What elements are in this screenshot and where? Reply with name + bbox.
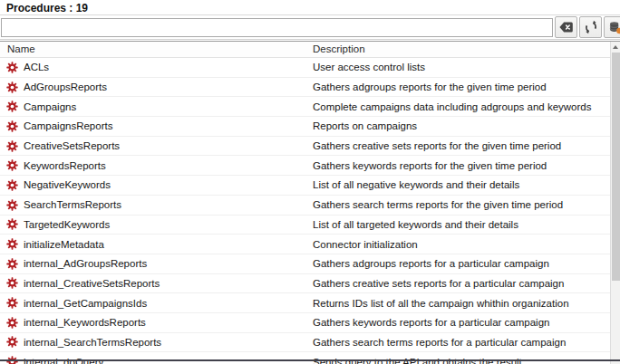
- table-row[interactable]: KeywordsReports Gathers keywords reports…: [0, 156, 610, 176]
- procedure-name-cell: AdGroupsReports: [6, 78, 304, 97]
- procedure-description: Returns IDs list of all the campaign whi…: [313, 293, 605, 312]
- procedure-name: Campaigns: [24, 101, 76, 112]
- table-row[interactable]: internal_GetCampaignsIds Returns IDs lis…: [0, 293, 610, 313]
- refresh-icon: [584, 20, 598, 34]
- procedure-gear-icon: [6, 179, 18, 191]
- procedure-description: Complete campaigns data including adgrou…: [313, 97, 605, 116]
- table-row[interactable]: initializeMetadata Connector initializat…: [0, 235, 610, 254]
- procedure-name-cell: Campaigns: [6, 97, 304, 116]
- page-title: Procedures : 19: [0, 0, 620, 15]
- procedure-description: Gathers creative sets reports for the gi…: [313, 137, 605, 156]
- procedure-description: Connector initialization: [313, 235, 605, 254]
- column-header-description[interactable]: Description: [313, 42, 603, 57]
- procedure-name: TargetedKeywords: [24, 219, 110, 230]
- procedure-name-cell: internal_GetCampaignsIds: [6, 293, 304, 312]
- procedures-table: Name Description: [0, 42, 610, 364]
- table-row[interactable]: Campaigns Complete campaigns data includ…: [0, 97, 610, 117]
- procedure-gear-icon: [6, 238, 18, 250]
- procedure-name: AdGroupsReports: [24, 81, 107, 92]
- procedure-name: internal_GetCampaignsIds: [24, 298, 147, 309]
- procedure-description: User access control lists: [313, 58, 605, 77]
- procedure-description: Gathers adgroups reports for a particula…: [313, 254, 605, 273]
- procedure-gear-icon: [6, 140, 18, 152]
- scrollbar-thumb[interactable]: [612, 53, 620, 281]
- procedures-panel: Procedures : 19: [0, 0, 620, 364]
- procedure-description: Gathers search terms reports for a parti…: [313, 333, 605, 352]
- procedure-name: ACLs: [24, 62, 49, 72]
- backspace-clear-icon: [558, 21, 574, 34]
- table-row[interactable]: ACLs User access control lists: [0, 58, 610, 78]
- procedure-name: initializeMetadata: [24, 239, 104, 250]
- show-data-button[interactable]: [604, 16, 620, 38]
- procedure-gear-icon: [6, 277, 18, 289]
- scrollbar-up-arrow-icon[interactable]: [613, 45, 618, 49]
- procedure-name: SearchTermsReports: [24, 199, 121, 210]
- refresh-button[interactable]: [579, 16, 602, 38]
- table-body: ACLs User access control lists: [0, 58, 610, 364]
- procedure-description: Gathers keywords reports for a particula…: [313, 313, 605, 332]
- procedure-name: internal_SearchTermsReports: [24, 337, 161, 348]
- procedure-name-cell: SearchTermsReports: [6, 196, 304, 215]
- procedure-description: Gathers search terms reports for the giv…: [313, 196, 605, 215]
- table-row[interactable]: internal_KeywordsReports Gathers keyword…: [0, 313, 610, 333]
- procedure-description: Gathers keywords reports for the given t…: [313, 156, 605, 175]
- table-row[interactable]: TargetedKeywords List of all targeted ke…: [0, 216, 610, 235]
- table-row[interactable]: CampaignsReports Reports on campaigns: [0, 117, 610, 137]
- filter-input[interactable]: [1, 18, 553, 37]
- table-row[interactable]: internal_SearchTermsReports Gathers sear…: [0, 333, 610, 353]
- procedure-name-cell: internal_AdGroupsReports: [6, 254, 304, 273]
- procedure-gear-icon: [6, 81, 18, 93]
- procedure-gear-icon: [6, 317, 18, 329]
- procedure-name-cell: CreativeSetsReports: [6, 137, 304, 156]
- procedure-name-cell: internal_doQuery: [6, 352, 304, 364]
- table-row[interactable]: CreativeSetsReports Gathers creative set…: [0, 137, 610, 157]
- procedure-gear-icon: [6, 297, 18, 309]
- procedure-name-cell: internal_SearchTermsReports: [6, 333, 304, 352]
- procedure-name: NegativeKeywords: [24, 179, 111, 190]
- procedure-name-cell: internal_KeywordsReports: [6, 313, 304, 332]
- procedure-description: List of all negative keywords and their …: [313, 176, 605, 195]
- procedure-description: List of all targeted keywords and their …: [313, 216, 605, 235]
- procedure-name: CreativeSetsReports: [24, 140, 120, 151]
- panel-bottom-border: [0, 359, 620, 361]
- procedure-name: CampaignsReports: [24, 120, 112, 131]
- procedure-gear-icon: [6, 120, 18, 132]
- procedure-name: KeywordsReports: [24, 160, 106, 171]
- procedure-gear-icon: [6, 258, 18, 270]
- procedure-gear-icon: [6, 62, 18, 73]
- table-row[interactable]: AdGroupsReports Gathers adgroups reports…: [0, 78, 610, 98]
- procedure-name-cell: internal_CreativeSetsReports: [6, 274, 304, 293]
- procedure-description: Gathers creative sets reports for a part…: [313, 274, 605, 293]
- table-row[interactable]: internal_AdGroupsReports Gathers adgroup…: [0, 254, 610, 274]
- procedure-name-cell: ACLs: [6, 58, 304, 77]
- procedure-gear-icon: [6, 218, 18, 230]
- toolbar-divider-light: [0, 39, 620, 40]
- procedure-name-cell: NegativeKeywords: [6, 176, 304, 195]
- procedure-name-cell: initializeMetadata: [6, 235, 304, 254]
- table-row[interactable]: internal_doQuery Sends query to the API …: [0, 352, 610, 364]
- table-header: Name Description: [0, 42, 610, 58]
- column-header-name[interactable]: Name: [7, 42, 303, 57]
- clear-filter-button[interactable]: [555, 16, 577, 38]
- procedure-description: Gathers adgroups reports for the given t…: [313, 78, 605, 97]
- procedure-gear-icon: [6, 336, 18, 348]
- database-icon: [608, 20, 620, 34]
- procedure-name-cell: TargetedKeywords: [6, 216, 304, 235]
- procedure-name-cell: KeywordsReports: [6, 156, 304, 175]
- procedure-name: internal_KeywordsReports: [24, 317, 146, 328]
- procedure-gear-icon: [6, 159, 18, 171]
- table-row[interactable]: internal_CreativeSetsReports Gathers cre…: [0, 274, 610, 294]
- procedure-name-cell: CampaignsReports: [6, 117, 304, 136]
- procedure-gear-icon: [6, 101, 18, 112]
- procedure-name: internal_CreativeSetsReports: [24, 278, 160, 289]
- procedure-description: Sends query to the API and obtains the r…: [313, 352, 605, 364]
- procedure-name: internal_AdGroupsReports: [24, 258, 147, 269]
- procedure-gear-icon: [6, 199, 18, 211]
- table-row[interactable]: NegativeKeywords List of all negative ke…: [0, 176, 610, 196]
- procedure-description: Reports on campaigns: [313, 117, 605, 136]
- vertical-scrollbar[interactable]: [610, 42, 620, 364]
- toolbar: [0, 16, 620, 39]
- table-row[interactable]: SearchTermsReports Gathers search terms …: [0, 196, 610, 216]
